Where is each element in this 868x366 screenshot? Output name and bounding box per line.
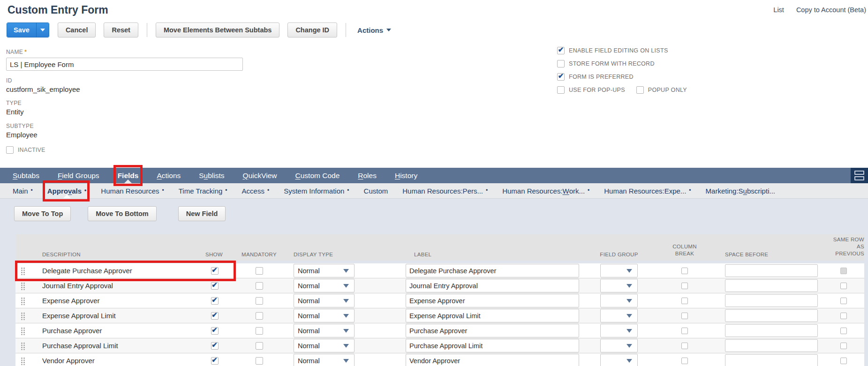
mandatory-checkbox[interactable] <box>256 327 263 335</box>
same-row-checkbox[interactable] <box>840 268 847 274</box>
label-input[interactable] <box>406 279 579 292</box>
mandatory-checkbox[interactable] <box>256 357 263 365</box>
list-link[interactable]: List <box>773 6 784 14</box>
inactive-checkbox[interactable] <box>6 146 14 154</box>
space-before-input[interactable] <box>725 354 818 366</box>
label-input[interactable] <box>406 294 579 307</box>
drag-handle-icon[interactable] <box>21 282 25 290</box>
cancel-button[interactable]: Cancel <box>58 22 96 37</box>
field-group-select[interactable] <box>600 294 638 307</box>
display-type-select[interactable]: Normal <box>294 339 355 352</box>
mandatory-checkbox[interactable] <box>256 267 263 275</box>
field-group-select[interactable] <box>600 354 638 366</box>
show-checkbox[interactable] <box>211 342 219 350</box>
subtab-access[interactable]: Access• <box>242 183 270 198</box>
tab-sublists[interactable]: Sublists <box>199 168 224 183</box>
space-before-input[interactable] <box>725 339 818 352</box>
space-before-input[interactable] <box>725 294 818 307</box>
mandatory-checkbox[interactable] <box>256 282 263 290</box>
subtab-main[interactable]: Main• <box>13 183 33 198</box>
field-group-select[interactable] <box>600 279 638 292</box>
show-checkbox[interactable] <box>211 282 219 290</box>
drag-handle-icon[interactable] <box>21 357 25 365</box>
column-break-checkbox[interactable] <box>681 313 688 319</box>
subtab-human-resources[interactable]: Human Resources• <box>101 183 164 198</box>
field-group-select[interactable] <box>600 339 638 352</box>
popup-only-checkbox[interactable] <box>636 86 644 94</box>
drag-handle-icon[interactable] <box>21 342 25 350</box>
same-row-checkbox[interactable] <box>840 298 847 304</box>
form-is-preferred-checkbox[interactable] <box>557 73 565 81</box>
label-input[interactable] <box>406 324 579 337</box>
space-before-input[interactable] <box>725 309 818 322</box>
column-break-checkbox[interactable] <box>681 358 688 364</box>
label-input[interactable] <box>406 264 579 277</box>
same-row-checkbox[interactable] <box>840 283 847 289</box>
move-to-top-button[interactable]: Move To Top <box>14 206 71 221</box>
column-break-checkbox[interactable] <box>681 268 688 274</box>
subtab-human-resources-work[interactable]: Human Resources:Work...• <box>502 183 589 198</box>
space-before-input[interactable] <box>725 279 818 292</box>
move-to-bottom-button[interactable]: Move To Bottom <box>88 206 157 221</box>
column-break-checkbox[interactable] <box>681 298 688 304</box>
new-field-button[interactable]: New Field <box>178 206 226 221</box>
mandatory-checkbox[interactable] <box>256 312 263 320</box>
show-checkbox[interactable] <box>211 297 219 305</box>
copy-to-account-link[interactable]: Copy to Account (Beta) <box>796 6 866 14</box>
drag-handle-icon[interactable] <box>21 312 25 320</box>
same-row-checkbox[interactable] <box>840 343 847 349</box>
subtab-approvals[interactable]: Approvals• <box>47 183 87 198</box>
tab-actions[interactable]: Actions <box>157 168 181 183</box>
field-group-select[interactable] <box>600 309 638 322</box>
reset-button[interactable]: Reset <box>104 22 138 37</box>
column-break-checkbox[interactable] <box>681 328 688 334</box>
tab-quickview[interactable]: QuickView <box>243 168 277 183</box>
save-button[interactable]: Save <box>7 23 36 37</box>
actions-menu-button[interactable]: Actions <box>357 26 391 34</box>
column-break-checkbox[interactable] <box>681 283 688 289</box>
drag-handle-icon[interactable] <box>21 267 25 275</box>
tab-fields[interactable]: Fields <box>118 168 139 183</box>
show-checkbox[interactable] <box>211 327 219 335</box>
toggle-subtab-view-button[interactable] <box>851 168 868 183</box>
label-input[interactable] <box>406 354 579 366</box>
tab-field-groups[interactable]: Field Groups <box>58 168 99 183</box>
same-row-checkbox[interactable] <box>840 358 847 364</box>
tab-history[interactable]: History <box>395 168 417 183</box>
store-form-with-record-checkbox[interactable] <box>557 60 565 67</box>
tab-custom-code[interactable]: Custom Code <box>295 168 340 183</box>
space-before-input[interactable] <box>725 324 818 337</box>
move-elements-button[interactable]: Move Elements Between Subtabs <box>156 22 279 37</box>
name-input[interactable] <box>6 58 243 71</box>
drag-handle-icon[interactable] <box>21 297 25 305</box>
space-before-input[interactable] <box>725 264 818 277</box>
field-group-select[interactable] <box>600 264 638 277</box>
show-checkbox[interactable] <box>211 267 219 275</box>
label-input[interactable] <box>406 309 579 322</box>
subtab-marketing-subscripti[interactable]: Marketing:Subscripti... <box>706 183 775 198</box>
display-type-select[interactable]: Normal <box>294 354 355 366</box>
show-checkbox[interactable] <box>211 312 219 320</box>
drag-handle-icon[interactable] <box>21 327 25 335</box>
subtab-custom[interactable]: Custom <box>364 183 388 198</box>
same-row-checkbox[interactable] <box>840 313 847 319</box>
show-checkbox[interactable] <box>211 357 219 365</box>
display-type-select[interactable]: Normal <box>294 324 355 337</box>
tab-subtabs[interactable]: Subtabs <box>13 168 39 183</box>
display-type-select[interactable]: Normal <box>294 279 355 292</box>
mandatory-checkbox[interactable] <box>256 297 263 305</box>
column-break-checkbox[interactable] <box>681 343 688 349</box>
display-type-select[interactable]: Normal <box>294 294 355 307</box>
mandatory-checkbox[interactable] <box>256 342 263 350</box>
display-type-select[interactable]: Normal <box>294 264 355 277</box>
subtab-human-resources-pers[interactable]: Human Resources:Pers...• <box>402 183 488 198</box>
field-group-select[interactable] <box>600 324 638 337</box>
label-input[interactable] <box>406 339 579 352</box>
subtab-human-resources-expe[interactable]: Human Resources:Expe...• <box>604 183 691 198</box>
same-row-checkbox[interactable] <box>840 328 847 334</box>
use-for-pop-ups-checkbox[interactable] <box>557 86 565 94</box>
tab-roles[interactable]: Roles <box>358 168 377 183</box>
enable-field-editing-on-lists-checkbox[interactable] <box>557 47 565 54</box>
subtab-time-tracking[interactable]: Time Tracking• <box>179 183 227 198</box>
display-type-select[interactable]: Normal <box>294 309 355 322</box>
